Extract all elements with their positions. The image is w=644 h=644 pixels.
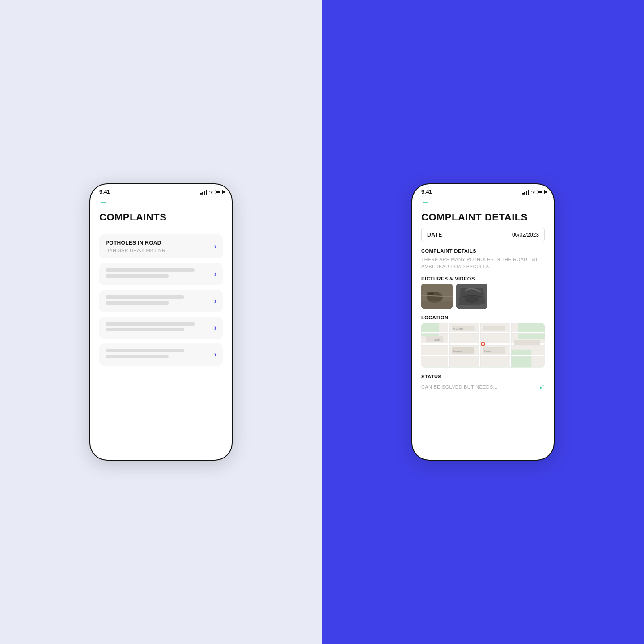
svg-rect-20 xyxy=(483,325,505,330)
left-status-bar: 9:41 ∿ xyxy=(90,184,232,198)
map-container[interactable]: KFC Road Damaiyoda Bluestone NMMC xyxy=(421,323,545,368)
skeleton-line-2b xyxy=(106,274,169,278)
skeleton-line-3b xyxy=(106,301,169,305)
status-row[interactable]: CAN BE SOLVED BUT NEEDS... ✓ xyxy=(421,383,545,391)
chevron-right-icon-3: › xyxy=(214,297,216,305)
svg-rect-15 xyxy=(479,323,480,367)
battery-icon xyxy=(215,190,223,194)
svg-point-28 xyxy=(482,343,484,345)
right-battery-icon xyxy=(537,190,545,194)
skeleton-line-2a xyxy=(106,268,195,272)
complaint-item-1-content: POTHOLES IN ROAD DAHISAR BHAJI MKT NR... xyxy=(106,240,211,253)
skeleton-line-3a xyxy=(106,295,184,299)
left-screen-content: ← COMPLAINTS POTHOLES IN ROAD DAHISAR BH… xyxy=(90,198,232,460)
complaint-item-5[interactable]: › xyxy=(99,343,223,366)
svg-rect-14 xyxy=(448,323,449,367)
svg-text:KFC Road: KFC Road xyxy=(453,327,463,330)
complaint-item-1-subtitle: DAHISAR BHAJI MKT NR... xyxy=(106,248,211,253)
svg-text:Damaiyoda: Damaiyoda xyxy=(453,349,462,352)
chevron-right-icon-2: › xyxy=(214,270,216,278)
right-wifi-icon: ∿ xyxy=(531,189,535,195)
left-phone: 9:41 ∿ ← COMPLAINTS xyxy=(89,183,233,461)
svg-rect-22 xyxy=(514,340,540,345)
skeleton-line-5b xyxy=(106,355,169,358)
chevron-right-icon-5: › xyxy=(214,351,216,359)
left-back-button[interactable]: ← xyxy=(99,198,223,207)
svg-rect-10 xyxy=(518,323,545,339)
complaint-list: POTHOLES IN ROAD DAHISAR BHAJI MKT NR...… xyxy=(99,234,223,366)
right-status-icons: ∿ xyxy=(522,189,545,195)
photo-thumbnail-2[interactable] xyxy=(456,284,487,309)
photo-thumbnail-1[interactable] xyxy=(421,284,453,309)
status-value-text: CAN BE SOLVED BUT NEEDS... xyxy=(421,384,498,390)
svg-rect-3 xyxy=(421,301,453,309)
complaint-item-3[interactable]: › xyxy=(99,290,223,312)
date-label: DATE xyxy=(427,232,442,238)
date-row: DATE 06/02/2023 xyxy=(421,228,545,242)
status-section-label: STATUS xyxy=(421,374,545,379)
complaint-item-2[interactable]: › xyxy=(99,263,223,285)
left-time: 9:41 xyxy=(99,189,110,195)
complaint-item-3-content xyxy=(106,295,211,307)
pictures-section-label: PICTURES & VIDEOS xyxy=(421,276,545,281)
left-background: 9:41 ∿ ← COMPLAINTS xyxy=(0,0,322,644)
complaint-item-1[interactable]: POTHOLES IN ROAD DAHISAR BHAJI MKT NR...… xyxy=(99,234,223,258)
signal-icon xyxy=(200,190,207,195)
right-status-bar: 9:41 ∿ xyxy=(412,184,554,198)
right-time: 9:41 xyxy=(421,189,432,195)
svg-rect-8 xyxy=(421,323,439,336)
svg-rect-9 xyxy=(509,349,531,367)
svg-rect-13 xyxy=(421,332,545,333)
right-back-button[interactable]: ← xyxy=(421,198,545,207)
pictures-row xyxy=(421,284,545,309)
right-background: 9:41 ∿ ← COMPLAINT DETAILS DATE xyxy=(322,0,644,644)
complaint-item-1-title: POTHOLES IN ROAD xyxy=(106,240,211,246)
left-page-title: COMPLAINTS xyxy=(99,212,223,223)
right-signal-icon xyxy=(522,190,529,195)
detail-screen-content: ← COMPLAINT DETAILS DATE 06/02/2023 COMP… xyxy=(412,198,554,460)
status-chevron-icon[interactable]: ✓ xyxy=(539,383,545,391)
wifi-icon: ∿ xyxy=(209,189,213,195)
svg-text:NMMC: NMMC xyxy=(435,339,440,341)
skeleton-line-4a xyxy=(106,322,195,326)
complaint-item-2-content xyxy=(106,268,211,280)
svg-rect-16 xyxy=(509,323,511,367)
chevron-right-icon-4: › xyxy=(214,324,216,332)
left-status-icons: ∿ xyxy=(200,189,223,195)
skeleton-line-4b xyxy=(106,328,184,331)
complaint-item-5-content xyxy=(106,349,211,360)
svg-point-6 xyxy=(465,296,479,303)
complaint-item-4-content xyxy=(106,322,211,334)
complaint-details-section-label: COMPLAINT DETAILS xyxy=(421,248,545,254)
svg-rect-12 xyxy=(421,355,545,356)
right-page-title: COMPLAINT DETAILS xyxy=(421,212,545,223)
svg-text:Bluestone: Bluestone xyxy=(484,349,492,352)
complaint-item-4[interactable]: › xyxy=(99,317,223,339)
complaint-body-text: THERE ARE MANY POTHOLES IN THE ROAD 198 … xyxy=(421,256,545,271)
chevron-right-icon-1: › xyxy=(214,242,216,250)
right-phone: 9:41 ∿ ← COMPLAINT DETAILS DATE xyxy=(411,183,555,461)
left-divider xyxy=(99,228,223,228)
date-value: 06/02/2023 xyxy=(512,232,539,238)
location-section-label: LOCATION xyxy=(421,315,545,320)
skeleton-line-5a xyxy=(106,349,184,352)
